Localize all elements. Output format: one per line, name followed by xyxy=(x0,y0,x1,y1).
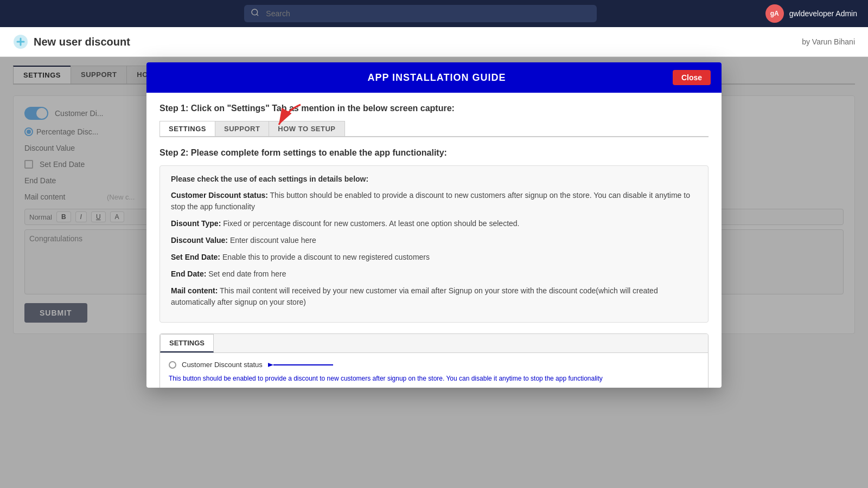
modal-body: Step 1: Click on "Settings" Tab as menti… xyxy=(146,93,722,388)
info-val-4: Set end date from here xyxy=(208,269,286,278)
info-item-3: Set End Date: Enable this to provide a d… xyxy=(171,252,697,263)
avatar: gA xyxy=(765,4,784,23)
step1-illustration: SETTINGS SUPPORT HOW TO SETUP xyxy=(159,121,709,137)
info-item-4: End Date: Set end date from here xyxy=(171,268,697,280)
info-val-3: Enable this to provide a discount to new… xyxy=(222,253,430,261)
info-box-title: Please check the use of each settings in… xyxy=(171,175,697,183)
search-input[interactable] xyxy=(244,5,597,22)
modal-mini-tab-support[interactable]: SUPPORT xyxy=(215,121,269,136)
mini-row-1: Customer Discount status xyxy=(169,361,699,383)
user-badge: gA gwldeveloper Admin xyxy=(765,4,857,23)
modal-overlay: APP INSTALLATION GUIDE Close Step 1: Cli… xyxy=(0,57,868,488)
info-key-3: Set End Date: xyxy=(171,253,220,261)
svg-point-0 xyxy=(252,9,258,15)
info-key-5: Mail content: xyxy=(171,286,218,295)
info-item-1: Disount Type: Fixed or percentage discou… xyxy=(171,218,697,229)
app-icon xyxy=(13,34,28,49)
search-container xyxy=(244,5,597,22)
info-item-0: Customer Discount status: This button sh… xyxy=(171,190,697,213)
mini-settings-tab: SETTINGS xyxy=(160,334,214,352)
app-title: New user discount xyxy=(13,34,130,49)
info-key-4: End Date: xyxy=(171,269,206,278)
page-title: New user discount xyxy=(34,36,130,48)
modal-mini-tab-settings[interactable]: SETTINGS xyxy=(159,121,215,136)
blue-arrow-1 xyxy=(268,361,333,369)
modal-title: APP INSTALLATION GUIDE xyxy=(201,72,673,84)
main-content: SETTINGS SUPPORT HOW TO SETUP Customer D… xyxy=(0,57,868,488)
modal-header: APP INSTALLATION GUIDE Close xyxy=(146,62,722,93)
info-item-5: Mail content: This mail content will rec… xyxy=(171,285,697,308)
mini-settings-preview: SETTINGS Customer Discount status xyxy=(159,333,709,388)
search-icon xyxy=(251,8,259,19)
info-key-0: Customer Discount status: xyxy=(171,191,268,200)
info-box: Please check the use of each settings in… xyxy=(159,165,709,323)
modal-mini-tabs: SETTINGS SUPPORT HOW TO SETUP xyxy=(159,121,709,137)
info-val-5: This mail content will received by your … xyxy=(171,286,658,306)
author-label: by Varun Bihani xyxy=(802,37,855,46)
modal-dialog: APP INSTALLATION GUIDE Close Step 1: Cli… xyxy=(146,62,722,388)
info-val-2: Enter discount value here xyxy=(230,236,316,245)
mini-row1-label: Customer Discount status xyxy=(182,361,263,369)
info-item-2: Discount Value: Enter discount value her… xyxy=(171,235,697,246)
top-navigation: gA gwldeveloper Admin xyxy=(0,0,868,27)
close-button[interactable]: Close xyxy=(673,70,711,85)
step1-heading: Step 1: Click on "Settings" Tab as menti… xyxy=(159,104,709,113)
info-val-1: Fixed or percentage discount for new cus… xyxy=(223,219,519,228)
red-arrow-svg xyxy=(271,102,303,129)
user-name: gwldeveloper Admin xyxy=(789,9,857,18)
info-key-1: Disount Type: xyxy=(171,219,221,228)
app-title-bar: New user discount by Varun Bihani xyxy=(0,27,868,57)
mini-settings-body: Customer Discount status xyxy=(160,353,708,388)
mini-radio-off-1 xyxy=(169,361,176,369)
mini-row1-note: This button should be enabled to provide… xyxy=(169,374,603,383)
step2-heading: Step 2: Please complete form settings to… xyxy=(159,148,709,158)
info-key-2: Discount Value: xyxy=(171,236,228,245)
